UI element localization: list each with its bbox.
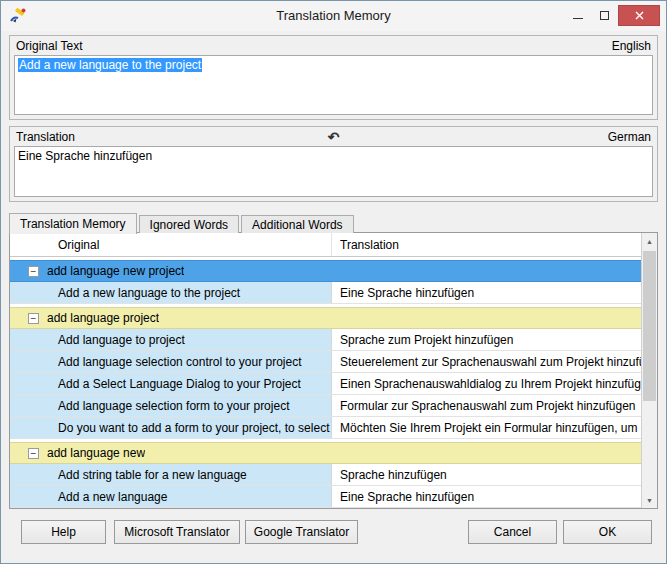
- translation-cell[interactable]: Eine Sprache hinzufügen: [332, 486, 641, 507]
- scroll-up-icon[interactable]: ▲: [642, 233, 657, 249]
- close-button[interactable]: [618, 5, 660, 26]
- translation-text: Eine Sprache hinzufügen: [18, 149, 152, 163]
- ok-button[interactable]: OK: [563, 520, 652, 544]
- translation-cell[interactable]: Steuerelement zur Sprachenauswahl zum Pr…: [332, 351, 641, 372]
- original-cell[interactable]: Add a Select Language Dialog to your Pro…: [10, 373, 332, 394]
- collapse-icon[interactable]: −: [28, 313, 39, 324]
- group-row[interactable]: −add language new project: [10, 260, 641, 282]
- translation-cell[interactable]: Formular zur Sprachenauswahl zum Projekt…: [332, 395, 641, 416]
- table-row[interactable]: Add a new languageEine Sprache hinzufüge…: [10, 486, 641, 508]
- close-icon: [635, 11, 644, 20]
- original-cell[interactable]: Add language to project: [10, 329, 332, 350]
- translation-cell[interactable]: Eine Sprache hinzufügen: [332, 282, 641, 303]
- original-cell[interactable]: Add language selection form to your proj…: [10, 395, 332, 416]
- help-button[interactable]: Help: [21, 520, 106, 544]
- translation-cell[interactable]: Sprache hinzufügen: [332, 464, 641, 485]
- column-header-translation[interactable]: Translation: [332, 233, 641, 256]
- cancel-button[interactable]: Cancel: [468, 520, 557, 544]
- group-row[interactable]: −add language new: [10, 442, 641, 464]
- scrollbar-thumb[interactable]: [643, 251, 656, 401]
- microsoft-translator-button[interactable]: Microsoft Translator: [114, 520, 240, 544]
- undo-icon[interactable]: ↶: [328, 130, 340, 144]
- translation-language-label: German: [608, 130, 651, 144]
- translation-cell[interactable]: Einen Sprachenauswahldialog zu Ihrem Pro…: [332, 373, 641, 394]
- original-cell[interactable]: Do you want to add a form to your projec…: [10, 417, 332, 438]
- original-cell[interactable]: Add a new language to the project: [10, 282, 332, 303]
- table-row[interactable]: Add a new language to the projectEine Sp…: [10, 282, 641, 304]
- group-row[interactable]: −add language project: [10, 307, 641, 329]
- translation-label: Translation: [16, 130, 75, 144]
- original-cell[interactable]: Add a new language: [10, 486, 332, 507]
- group-label: add language new project: [47, 264, 184, 278]
- translation-memory-dialog: Translation Memory Original Text English…: [0, 0, 667, 564]
- title-bar[interactable]: Translation Memory: [1, 1, 666, 31]
- translation-cell[interactable]: Sprache zum Projekt hinzufügen: [332, 329, 641, 350]
- scroll-down-icon[interactable]: ▼: [642, 492, 657, 508]
- grid-header: Original Translation: [10, 233, 641, 257]
- minimize-icon: [573, 18, 583, 19]
- collapse-icon[interactable]: −: [28, 448, 39, 459]
- group-label: add language project: [47, 311, 159, 325]
- table-row[interactable]: Add language selection control to your p…: [10, 351, 641, 373]
- original-text-area[interactable]: Add a new language to the project: [14, 55, 653, 115]
- original-cell[interactable]: Add language selection control to your p…: [10, 351, 332, 372]
- minimize-button[interactable]: [564, 5, 591, 26]
- translation-group: Translation ↶ German Eine Sprache hinzuf…: [9, 126, 658, 202]
- tab-strip: Translation Memory Ignored Words Additio…: [9, 212, 356, 233]
- table-row[interactable]: Add a Select Language Dialog to your Pro…: [10, 373, 641, 395]
- original-language-label: English: [612, 39, 651, 53]
- maximize-icon: [600, 11, 609, 20]
- table-row[interactable]: Add language selection form to your proj…: [10, 395, 641, 417]
- translation-cell[interactable]: Möchten Sie Ihrem Projekt ein Formular h…: [332, 417, 641, 438]
- column-header-original[interactable]: Original: [10, 233, 332, 256]
- tab-translation-memory[interactable]: Translation Memory: [9, 213, 137, 234]
- original-text-label: Original Text: [16, 39, 82, 53]
- selected-original-text: Add a new language to the project: [18, 58, 202, 72]
- original-cell[interactable]: Add string table for a new language: [10, 464, 332, 485]
- translation-text-area[interactable]: Eine Sprache hinzufügen: [14, 146, 653, 197]
- maximize-button[interactable]: [591, 5, 618, 26]
- grid-body: −add language new projectAdd a new langu…: [10, 257, 641, 508]
- translation-memory-grid: Original Translation −add language new p…: [9, 232, 658, 509]
- original-text-group: Original Text English Add a new language…: [9, 35, 658, 120]
- collapse-icon[interactable]: −: [28, 266, 39, 277]
- group-label: add language new: [47, 446, 145, 460]
- table-row[interactable]: Do you want to add a form to your projec…: [10, 417, 641, 439]
- tab-ignored-words[interactable]: Ignored Words: [139, 215, 240, 233]
- google-translator-button[interactable]: Google Translator: [245, 520, 358, 544]
- vertical-scrollbar[interactable]: ▲ ▼: [641, 233, 657, 508]
- table-row[interactable]: Add string table for a new languageSprac…: [10, 464, 641, 486]
- table-row[interactable]: Add language to projectSprache zum Proje…: [10, 329, 641, 351]
- tab-additional-words[interactable]: Additional Words: [241, 215, 354, 233]
